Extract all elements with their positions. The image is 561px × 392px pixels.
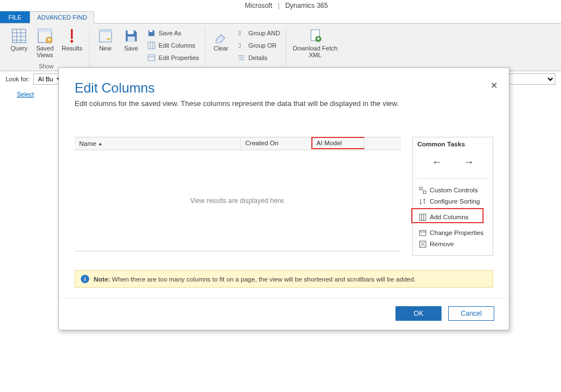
header-label: Created On <box>245 140 278 146</box>
column-header-created-on[interactable]: Created On <box>241 137 311 150</box>
ribbon-clear-button[interactable]: Clear <box>209 27 233 63</box>
ribbon-label: Group OR <box>249 42 277 49</box>
ribbon-label: Save As <box>159 30 181 36</box>
microsoft-logo-icon <box>233 6 240 6</box>
download-fetch-icon <box>307 28 323 44</box>
ribbon-saved-views-button[interactable]: Saved Views <box>33 27 57 59</box>
ribbon-group-file: New Save Save As Edit Columns <box>90 27 205 71</box>
tab-advanced-find[interactable]: ADVANCED FIND <box>30 11 94 24</box>
svg-rect-15 <box>148 42 155 49</box>
ribbon-label: Edit Properties <box>159 54 199 61</box>
common-tasks-panel: Common Tasks ← → Custom Controls Configu… <box>412 137 493 256</box>
svg-rect-12 <box>127 30 134 34</box>
ribbon-save-button[interactable]: Save <box>119 27 144 63</box>
look-for-label: Look for: <box>6 76 30 82</box>
details-icon <box>237 53 246 62</box>
ribbon-group-debug: Download Fetch XML <box>286 27 344 71</box>
edit-properties-icon <box>147 53 156 62</box>
app-title-bar: Microsoft | Dynamics 365 <box>0 0 561 11</box>
ribbon-group-or-button[interactable]: Group OR <box>234 40 279 50</box>
task-add-columns[interactable]: Add Columns <box>417 211 488 223</box>
saved-view-select[interactable] <box>505 73 555 85</box>
product-label: Dynamics 365 <box>285 2 328 10</box>
dialog-title: Edit Columns <box>75 80 493 96</box>
add-columns-icon <box>419 213 426 221</box>
dialog-close-button[interactable]: ✕ <box>490 80 498 91</box>
group-and-icon <box>237 29 246 38</box>
ribbon-group-and-button[interactable]: Group AND <box>234 28 282 38</box>
edit-columns-icon <box>147 41 156 50</box>
results-icon <box>64 28 80 44</box>
ribbon-label: Results <box>62 45 82 52</box>
svg-rect-14 <box>149 30 152 33</box>
move-right-button[interactable]: → <box>464 156 474 168</box>
task-label: Change Properties <box>430 229 484 236</box>
ribbon-new-button[interactable]: New <box>93 27 118 63</box>
ribbon-label: Group AND <box>249 30 280 36</box>
ribbon-query-button[interactable]: Query <box>7 27 31 59</box>
header-label: AI Model <box>316 140 342 146</box>
svg-rect-11 <box>99 30 112 32</box>
svg-rect-23 <box>423 191 426 193</box>
task-label: Configure Sorting <box>430 198 480 205</box>
clear-eraser-icon <box>213 28 229 44</box>
ribbon-group-label: Show <box>39 63 53 71</box>
note-bar: i Note: When there are too many columns … <box>75 270 493 288</box>
ribbon-group-query: Clear Group AND Group OR Details <box>205 27 286 71</box>
task-change-properties[interactable]: Change Properties <box>417 227 488 238</box>
configure-sorting-icon <box>419 197 426 205</box>
ribbon-label: Download Fetch XML <box>293 45 338 58</box>
group-or-icon <box>237 41 246 50</box>
column-header-ai-model[interactable]: AI Model <box>311 137 365 149</box>
save-icon <box>123 28 139 44</box>
ribbon-label: Query <box>11 45 27 52</box>
svg-rect-24 <box>419 214 425 220</box>
svg-rect-13 <box>127 36 135 41</box>
svg-rect-0 <box>12 29 26 43</box>
ribbon-label: Saved Views <box>36 45 53 58</box>
cancel-button[interactable]: Cancel <box>448 306 494 321</box>
columns-header-row: Name ▲ Created On AI Model <box>75 137 401 150</box>
svg-rect-22 <box>419 187 422 190</box>
dialog-button-row: OK Cancel <box>59 298 509 330</box>
custom-controls-icon <box>419 186 426 194</box>
remove-icon <box>419 240 426 248</box>
ribbon-label: New <box>99 45 112 52</box>
task-label: Remove <box>430 241 454 247</box>
query-grid-icon <box>11 28 27 44</box>
sort-ascending-icon: ▲ <box>98 141 103 146</box>
edit-columns-dialog: ✕ Edit Columns Edit columns for the save… <box>58 67 509 330</box>
task-remove[interactable]: Remove <box>417 238 488 250</box>
change-properties-icon <box>419 229 426 237</box>
ribbon-results-button[interactable]: Results <box>58 27 86 59</box>
ribbon-group-show: Query Saved Views Results Show <box>3 27 90 71</box>
task-label: Custom Controls <box>430 187 478 193</box>
ribbon-label: Save <box>124 45 138 52</box>
ribbon-download-fetch-button[interactable]: Download Fetch XML <box>289 27 341 59</box>
column-header-name[interactable]: Name ▲ <box>75 137 241 150</box>
task-custom-controls[interactable]: Custom Controls <box>417 185 488 196</box>
note-label: Note: <box>94 276 110 283</box>
info-icon: i <box>81 275 89 283</box>
svg-rect-7 <box>38 29 52 32</box>
svg-point-9 <box>71 40 73 43</box>
select-link[interactable]: Select <box>17 91 34 98</box>
ribbon-details-button[interactable]: Details <box>234 53 270 63</box>
tab-file[interactable]: FILE <box>0 11 30 23</box>
move-left-button[interactable]: ← <box>432 156 442 168</box>
svg-rect-18 <box>148 55 155 61</box>
ribbon-tabs: FILE ADVANCED FIND <box>0 11 561 24</box>
saved-views-icon <box>37 28 53 44</box>
task-label: Add Columns <box>430 214 468 220</box>
microsoft-label: Microsoft <box>245 2 273 10</box>
note-text: When there are too many columns to fit o… <box>112 276 416 283</box>
ribbon-save-as-button[interactable]: Save As <box>145 28 183 38</box>
ribbon-edit-columns-button[interactable]: Edit Columns <box>145 40 197 50</box>
ribbon: Query Saved Views Results Show <box>0 24 561 71</box>
ribbon-edit-properties-button[interactable]: Edit Properties <box>145 53 201 63</box>
ok-button[interactable]: OK <box>396 306 442 321</box>
title-separator: | <box>278 2 279 10</box>
columns-body-placeholder: View results are displayed here. <box>75 150 401 251</box>
task-configure-sorting[interactable]: Configure Sorting <box>417 196 488 207</box>
save-as-icon <box>147 29 156 38</box>
